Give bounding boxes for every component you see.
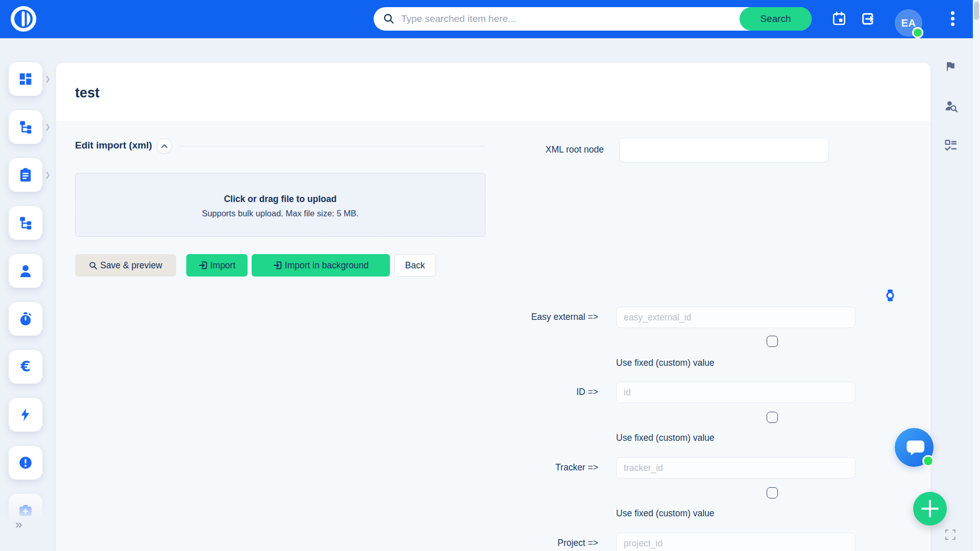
- sidebar-item-tasks[interactable]: [9, 158, 42, 192]
- back-button[interactable]: Back: [394, 254, 436, 277]
- file-upload-dropzone[interactable]: Click or drag file to upload Supports bu…: [75, 173, 485, 237]
- presence-dot: [912, 27, 923, 38]
- tree-icon: [18, 215, 33, 231]
- section-divider: [179, 146, 485, 146]
- import-in-background-label: Import in background: [285, 260, 369, 271]
- section-title: Edit import (xml): [75, 140, 152, 151]
- add-new-fab-button[interactable]: [913, 492, 947, 525]
- xml-root-node-input[interactable]: [619, 138, 829, 162]
- mapping-input-tracker[interactable]: [616, 457, 855, 479]
- person-search-icon[interactable]: [944, 99, 958, 113]
- alerts-icon: [18, 455, 33, 470]
- dropzone-title: Click or drag file to upload: [76, 194, 485, 205]
- use-fixed-checkbox-tracker[interactable]: [767, 487, 778, 498]
- search-icon: [383, 13, 395, 25]
- sidebar-item-quick-actions[interactable]: [9, 398, 42, 432]
- sidebar-item-users[interactable]: [9, 254, 42, 288]
- import-icon: [199, 261, 208, 270]
- mapping-label-project: Project =>: [445, 538, 598, 548]
- fullscreen-icon[interactable]: [945, 529, 956, 540]
- use-fixed-label: Use fixed (custom) value: [616, 508, 715, 519]
- chevron-up-icon: [161, 144, 168, 148]
- sidebar-item-finance[interactable]: €: [9, 350, 42, 384]
- back-label: Back: [405, 260, 425, 271]
- sidebar-item-time-tracking[interactable]: [9, 302, 42, 336]
- mapping-label-easy-external: Easy external =>: [445, 312, 598, 322]
- project-tree-icon: [18, 119, 33, 135]
- quick-actions-icon: [18, 407, 33, 422]
- mapping-label-id: ID =>: [445, 387, 598, 397]
- sidebar-item-dashboards[interactable]: [9, 62, 42, 96]
- import-in-background-button[interactable]: Import in background: [252, 254, 390, 277]
- chevron-right-icon[interactable]: ❯: [45, 75, 51, 83]
- collapse-section-button[interactable]: [157, 138, 172, 154]
- chevron-right-icon[interactable]: ❯: [45, 171, 51, 179]
- topbar: ? Search EA: [0, 0, 973, 38]
- finance-euro-icon: €: [17, 358, 34, 375]
- watch-icon[interactable]: [886, 289, 895, 302]
- mapping-label-tracker: Tracker =>: [445, 462, 598, 473]
- page-scrollbar-track[interactable]: [973, 0, 980, 551]
- import-icon: [273, 261, 282, 270]
- global-search-bar: ? Search: [374, 7, 812, 31]
- save-preview-button[interactable]: Save & preview: [75, 254, 176, 277]
- calendar-icon[interactable]: [832, 11, 846, 27]
- log-time-exit-icon[interactable]: [860, 11, 875, 27]
- sidebar-fade: [0, 485, 57, 551]
- more-options-kebab-icon[interactable]: [948, 9, 957, 30]
- mapping-input-easy-external[interactable]: [616, 307, 855, 328]
- flag-icon[interactable]: [944, 60, 957, 72]
- chevron-right-icon[interactable]: ❯: [45, 123, 51, 131]
- dropzone-subtitle: Supports bulk upload. Max file size: 5 M…: [76, 209, 485, 218]
- checklist-icon[interactable]: [944, 139, 957, 152]
- time-tracking-icon: [18, 311, 33, 327]
- sidebar-expand-button[interactable]: »: [15, 517, 21, 532]
- search-button[interactable]: Search: [740, 7, 812, 31]
- mapping-input-id[interactable]: [616, 382, 855, 403]
- search-input[interactable]: [395, 13, 763, 24]
- app-logo-icon[interactable]: [10, 6, 37, 32]
- dashboard-icon: [18, 71, 33, 87]
- save-preview-label: Save & preview: [100, 260, 162, 271]
- sidebar-item-tree[interactable]: [9, 206, 42, 240]
- import-label: Import: [210, 260, 236, 271]
- use-fixed-label: Use fixed (custom) value: [616, 358, 715, 368]
- sidebar-item-alerts[interactable]: [9, 446, 42, 480]
- import-button[interactable]: Import: [186, 254, 248, 277]
- svg-text:€: €: [20, 358, 30, 375]
- plus-icon: [921, 499, 939, 518]
- mapping-input-project[interactable]: [616, 533, 855, 551]
- chat-bubble-icon: [904, 438, 924, 457]
- use-fixed-checkbox-easy-external[interactable]: [767, 336, 778, 347]
- users-icon: [18, 263, 33, 279]
- xml-root-node-label: XML root node: [451, 144, 604, 155]
- main-content-card: test Edit import (xml) XML root node Cli…: [56, 63, 930, 551]
- page-scrollbar-thumb[interactable]: [974, 2, 979, 20]
- tasks-clipboard-icon: [18, 167, 33, 183]
- use-fixed-checkbox-id[interactable]: [767, 412, 778, 423]
- chat-online-dot: [922, 455, 934, 467]
- sidebar-item-project-tree[interactable]: [9, 110, 42, 144]
- preview-magnifier-icon: [89, 261, 97, 270]
- page-title: test: [75, 85, 100, 101]
- use-fixed-label: Use fixed (custom) value: [616, 433, 715, 443]
